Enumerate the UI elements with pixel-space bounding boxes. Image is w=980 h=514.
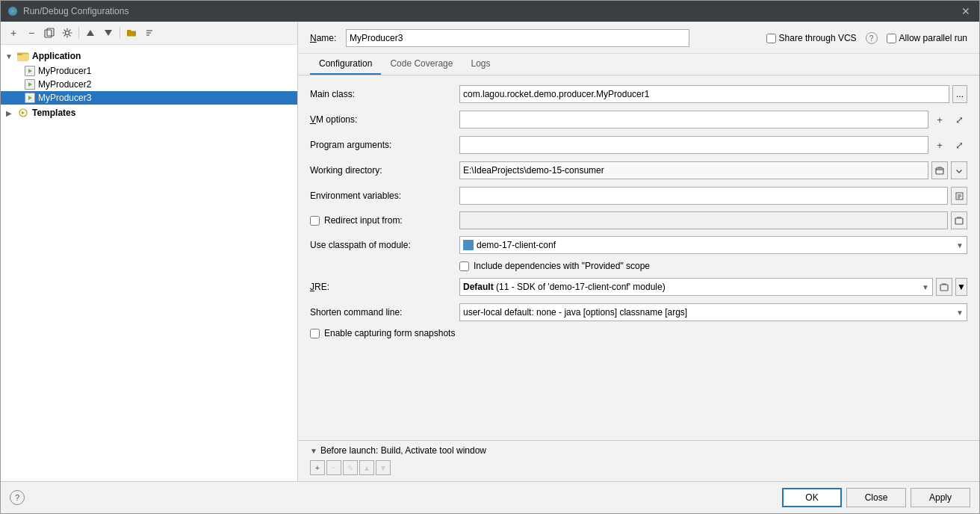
env-vars-label: Environment variables: [310, 191, 459, 201]
shorten-cmd-value: user-local default: none - java [options… [463, 307, 953, 318]
shorten-cmd-row: Shorten command line: user-local default… [310, 303, 967, 322]
run-icon-1 [25, 66, 35, 76]
allow-parallel-checkbox[interactable] [887, 34, 896, 43]
redirect-browse-button[interactable] [951, 211, 967, 229]
jre-value: Default (11 - SDK of 'demo-17-client-con… [463, 282, 919, 292]
vm-options-expand-button[interactable]: ⤢ [951, 111, 967, 128]
jre-browse-button[interactable] [936, 278, 952, 296]
env-vars-input[interactable] [459, 187, 948, 205]
redirect-input-area [459, 211, 967, 229]
vm-options-input-area: + ⤢ [459, 111, 967, 128]
tab-configuration[interactable]: Configuration [310, 54, 381, 75]
copy-config-button[interactable] [41, 25, 58, 41]
redirect-label: Redirect input from: [324, 215, 403, 226]
move-up-button[interactable] [82, 25, 99, 41]
working-dir-expand-button[interactable] [951, 161, 967, 179]
share-vcs-help-icon[interactable]: ? [866, 32, 878, 44]
jre-expand-button[interactable]: ▼ [955, 278, 967, 296]
application-label: Application [32, 51, 81, 61]
apply-button[interactable]: Apply [911, 488, 970, 507]
classpath-select-wrapper: demo-17-client-conf ▼ [459, 236, 967, 254]
redirect-row: Redirect input from: [310, 211, 967, 229]
svg-marker-6 [105, 30, 112, 36]
tab-code-coverage[interactable]: Code Coverage [381, 54, 462, 75]
templates-group: ▶ Templates [1, 105, 297, 121]
app-group-chevron: ▼ [4, 51, 14, 61]
folder-button[interactable] [123, 25, 140, 41]
name-label: Name: [310, 33, 340, 43]
sort-button[interactable] [141, 25, 158, 41]
footer: ? OK Close Apply [1, 481, 979, 513]
name-input[interactable] [346, 29, 689, 47]
form-snapshots-row: Enable capturing form snapshots [310, 328, 967, 338]
left-toolbar: + − [1, 22, 297, 45]
env-vars-row: Environment variables: [310, 186, 967, 205]
share-vcs-checkbox[interactable] [766, 34, 776, 43]
footer-right: OK Close Apply [782, 488, 970, 507]
config-tree: ▼ Application MyProducer1 [1, 45, 297, 481]
templates-icon [17, 107, 29, 119]
before-launch-section: ▼ Before launch: Build, Activate tool wi… [298, 440, 979, 481]
close-button[interactable]: Close [846, 488, 906, 507]
before-launch-toolbar: + − ✎ ▲ ▼ [310, 459, 967, 477]
tree-item-myproducer1[interactable]: MyProducer1 [1, 64, 297, 78]
program-args-label: Program arguments: [310, 140, 459, 150]
env-vars-browse-button[interactable] [951, 187, 967, 205]
program-args-add-button[interactable]: + [931, 137, 948, 153]
shorten-cmd-input-area: user-local default: none - java [options… [459, 303, 967, 321]
form-snapshots-label: Enable capturing form snapshots [324, 328, 455, 338]
tree-item-myproducer3[interactable]: MyProducer3 [1, 91, 297, 105]
before-launch-label: Before launch: Build, Activate tool wind… [320, 445, 486, 456]
env-vars-input-area [459, 187, 967, 205]
allow-parallel-label: Allow parallel run [899, 33, 967, 43]
share-vcs-group: Share through VCS [766, 33, 857, 43]
close-button[interactable]: ✕ [958, 4, 973, 19]
main-class-row: Main class: ... [310, 84, 967, 104]
jre-select-wrapper: Default (11 - SDK of 'demo-17-client-con… [459, 278, 933, 296]
module-icon [463, 240, 474, 250]
before-launch-header: ▼ Before launch: Build, Activate tool wi… [310, 445, 967, 456]
before-launch-down-button[interactable]: ▼ [376, 460, 391, 475]
tabs-row: Configuration Code Coverage Logs [298, 54, 979, 75]
working-dir-input-area [459, 161, 967, 179]
templates-group-header[interactable]: ▶ Templates [1, 105, 297, 121]
svg-marker-5 [87, 30, 94, 36]
jre-row: JRE: Default (11 - SDK of 'demo-17-clien… [310, 277, 967, 297]
share-vcs-label: Share through VCS [779, 33, 857, 43]
move-down-button[interactable] [100, 25, 117, 41]
working-dir-browse-button[interactable] [931, 161, 948, 179]
classpath-label: Use classpath of module: [310, 240, 459, 250]
settings-config-button[interactable] [59, 25, 75, 41]
svg-rect-18 [940, 285, 948, 291]
working-dir-input[interactable] [459, 161, 928, 179]
include-deps-checkbox[interactable] [459, 261, 469, 271]
app-folder-icon [17, 50, 29, 62]
tree-item-myproducer2[interactable]: MyProducer2 [1, 78, 297, 91]
dialog-title: Run/Debug Configurations [23, 6, 958, 16]
ok-button[interactable]: OK [782, 488, 842, 507]
jre-label: JRE: [310, 282, 459, 292]
before-launch-chevron: ▼ [310, 447, 317, 455]
remove-config-button[interactable]: − [23, 25, 40, 41]
program-args-input[interactable] [459, 136, 928, 154]
svg-rect-12 [936, 168, 943, 174]
vm-options-add-button[interactable]: + [931, 111, 948, 128]
application-group-header[interactable]: ▼ Application [1, 48, 297, 64]
tab-logs[interactable]: Logs [462, 54, 499, 75]
classpath-input-area: demo-17-client-conf ▼ [459, 236, 967, 254]
vm-options-input[interactable] [459, 111, 928, 128]
program-args-expand-button[interactable]: ⤢ [951, 137, 967, 153]
toolbar-sep-1 [78, 27, 79, 39]
redirect-input[interactable] [459, 211, 948, 229]
main-class-input[interactable] [459, 85, 949, 103]
main-class-browse-button[interactable]: ... [952, 85, 967, 103]
form-snapshots-checkbox[interactable] [310, 329, 320, 338]
help-button[interactable]: ? [10, 490, 25, 505]
add-config-button[interactable]: + [5, 25, 22, 41]
redirect-checkbox[interactable] [310, 216, 320, 226]
before-launch-edit-button[interactable]: ✎ [343, 460, 358, 475]
svg-point-4 [66, 31, 69, 35]
before-launch-remove-button[interactable]: − [326, 460, 341, 475]
before-launch-add-button[interactable]: + [310, 460, 325, 475]
before-launch-up-button[interactable]: ▲ [359, 460, 374, 475]
